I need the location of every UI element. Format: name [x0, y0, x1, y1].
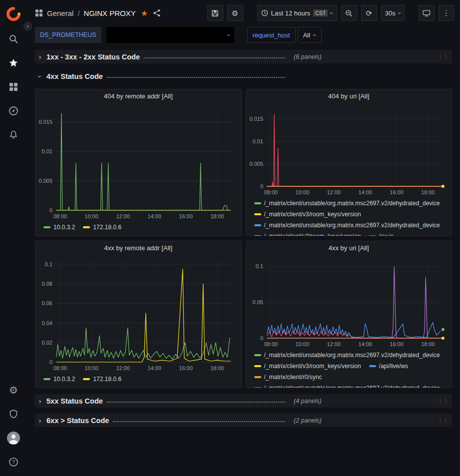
- refresh-interval-dropdown[interactable]: 30s ›: [381, 5, 405, 21]
- datasource-variable-label: DS_PROMETHEUS: [35, 27, 101, 43]
- user-avatar[interactable]: [3, 428, 23, 448]
- svg-text:08:00: 08:00: [53, 365, 67, 371]
- request-host-variable-value[interactable]: All ›: [298, 27, 322, 43]
- legend-series-swatch: [254, 213, 261, 215]
- panel-title[interactable]: 404 by remote addr [All]: [35, 89, 241, 102]
- zoom-out-button[interactable]: [341, 5, 357, 21]
- dashboards-icon[interactable]: [3, 77, 23, 97]
- row-drag-handle-icon[interactable]: ⋮⋮: [437, 53, 449, 60]
- svg-text:0: 0: [49, 359, 52, 365]
- panel-legend: 10.0.3.2172.18.0.6: [35, 373, 241, 388]
- panel-legend: /_matrix/client/unstable/org.matrix.msc2…: [246, 349, 452, 388]
- legend-series-swatch: [254, 235, 261, 236]
- legend-item[interactable]: /_matrix/client/unstable/org.matrix.msc2…: [254, 350, 440, 361]
- legend-item[interactable]: /_matrix/client/unstable/org.matrix.msc2…: [254, 220, 440, 231]
- legend-item[interactable]: /_matrix/client/v3/room_keys/version: [254, 209, 361, 220]
- legend-series-label: 172.18.0.6: [93, 222, 121, 233]
- time-series-chart[interactable]: 08:0010:0012:0014:0016:0018:0000.0050.01…: [35, 102, 241, 221]
- alerting-bell-icon[interactable]: [3, 125, 23, 145]
- legend-series-swatch: [43, 378, 50, 380]
- legend-item[interactable]: 10.0.3.2: [43, 374, 75, 385]
- legend-series-label: 172.18.0.6: [93, 374, 121, 385]
- breadcrumb-dashboard-title[interactable]: NGINX PROXY: [84, 9, 136, 17]
- svg-text:10:00: 10:00: [295, 341, 309, 347]
- save-dashboard-button[interactable]: [207, 5, 223, 21]
- svg-text:0.005: 0.005: [38, 178, 52, 184]
- svg-text:12:00: 12:00: [327, 341, 341, 347]
- row-dotted-leader: [144, 57, 285, 58]
- chevron-down-icon: ›: [329, 12, 335, 14]
- explore-compass-icon[interactable]: [3, 101, 23, 121]
- legend-item[interactable]: /_matrix/client/r0/sync: [254, 372, 322, 383]
- breadcrumb: General / NGINX PROXY ★: [35, 8, 161, 18]
- tv-mode-button[interactable]: [419, 5, 435, 21]
- row-header-1xx-3xx-2xx[interactable]: › 1xx - 3xx - 2xx Status Code (6 panels)…: [35, 50, 452, 63]
- svg-text:0.05: 0.05: [252, 299, 263, 305]
- starred-nav-icon[interactable]: [3, 53, 23, 73]
- svg-text:0.005: 0.005: [249, 161, 263, 167]
- breadcrumb-folder[interactable]: General: [47, 9, 73, 17]
- time-series-chart[interactable]: 08:0010:0012:0014:0016:0018:0000.020.040…: [35, 254, 241, 373]
- request-host-variable-label[interactable]: request_host: [247, 27, 296, 43]
- apps-grid-icon[interactable]: [35, 9, 43, 17]
- dashboard-header: General / NGINX PROXY ★ ⚙ Last 12 hours …: [27, 0, 460, 26]
- datasource-variable-value[interactable]: ›: [106, 27, 234, 43]
- legend-item[interactable]: /_matrix/client/unstable/org.matrix.msc2…: [254, 198, 440, 209]
- panel-title[interactable]: 404 by uri [All]: [246, 89, 452, 102]
- legend-series-swatch: [254, 365, 261, 367]
- panel-title[interactable]: 4xx by remote addr [All]: [35, 241, 241, 254]
- time-range-label: Last 12 hours: [271, 9, 311, 17]
- kebab-menu-button[interactable]: ⋮: [439, 5, 454, 21]
- time-range-picker[interactable]: Last 12 hours CST ›: [257, 5, 337, 21]
- time-series-chart[interactable]: 08:0010:0012:0014:0016:0018:0000.0050.01…: [246, 102, 452, 197]
- legend-series-swatch: [254, 376, 261, 378]
- gear-icon: ⚙: [232, 9, 238, 17]
- svg-text:0.015: 0.015: [249, 116, 263, 122]
- row-title: 4xx Status Code: [46, 72, 103, 80]
- configuration-gear-icon[interactable]: ⚙: [3, 380, 23, 400]
- legend-item[interactable]: /_matrix/client/v3/room_keys/version: [254, 361, 361, 372]
- panel-legend: 10.0.3.2172.18.0.6: [35, 221, 241, 236]
- row-drag-handle-icon[interactable]: ⋮⋮: [437, 397, 449, 405]
- row-expand-chevron-icon: ›: [36, 73, 44, 79]
- row-header-6xx[interactable]: › 6xx > Status Code (2 panels) ⋮⋮: [35, 414, 452, 427]
- svg-text:0.06: 0.06: [42, 300, 52, 306]
- search-icon[interactable]: [3, 29, 23, 49]
- variables-bar: DS_PROMETHEUS › request_host All ›: [27, 26, 460, 47]
- favorite-star-icon[interactable]: ★: [141, 8, 148, 18]
- svg-text:0.04: 0.04: [42, 320, 52, 326]
- sidebar-collapse-button[interactable]: ›: [23, 22, 32, 30]
- header-actions: ⚙ Last 12 hours CST › ⟳ 30s ›: [207, 5, 454, 21]
- legend-series-swatch: [83, 226, 90, 228]
- panel-title[interactable]: 4xx by uri [All]: [246, 241, 452, 254]
- row-panel-count: (6 panels): [294, 53, 322, 60]
- row-header-4xx[interactable]: › 4xx Status Code: [35, 69, 452, 83]
- legend-item[interactable]: 10.0.3.2: [43, 222, 75, 233]
- dashboard-settings-button[interactable]: ⚙: [227, 5, 243, 21]
- panel-grid: 404 by remote addr [All] 08:0010:0012:00…: [35, 89, 452, 388]
- refresh-button[interactable]: ⟳: [361, 5, 377, 21]
- row-drag-handle-icon[interactable]: ⋮⋮: [437, 417, 449, 424]
- svg-text:0.01: 0.01: [42, 148, 52, 154]
- timezone-chip: CST: [313, 9, 328, 16]
- legend-item[interactable]: /_matrix/client/unstable/org.matrix.msc2…: [254, 383, 440, 388]
- grafana-logo[interactable]: [5, 6, 21, 22]
- svg-text:12:00: 12:00: [116, 213, 130, 219]
- legend-item[interactable]: /api/live/ws: [369, 361, 409, 372]
- svg-text:16:00: 16:00: [390, 341, 404, 347]
- time-series-chart[interactable]: 08:0010:0012:0014:0016:0018:0000.050.1: [246, 254, 452, 349]
- legend-item[interactable]: /sw.js: [369, 231, 394, 236]
- legend-series-swatch: [254, 387, 261, 388]
- legend-item[interactable]: 172.18.0.6: [83, 222, 121, 233]
- help-icon[interactable]: ?: [3, 452, 23, 472]
- legend-item[interactable]: 172.18.0.6: [83, 374, 121, 385]
- legend-item[interactable]: /_matrix/client/v3/room_keys/version: [254, 231, 361, 236]
- svg-text:18:00: 18:00: [210, 213, 224, 219]
- row-header-5xx[interactable]: › 5xx Status Code (4 panels) ⋮⋮: [35, 394, 452, 408]
- row-collapse-chevron-icon: ›: [37, 417, 43, 425]
- server-admin-shield-icon[interactable]: [3, 404, 23, 424]
- panel-404-by-uri: 404 by uri [All] 08:0010:0012:0014:0016:…: [246, 89, 453, 236]
- share-icon[interactable]: [153, 9, 161, 17]
- legend-series-swatch: [254, 354, 261, 356]
- breadcrumb-separator: /: [77, 9, 79, 17]
